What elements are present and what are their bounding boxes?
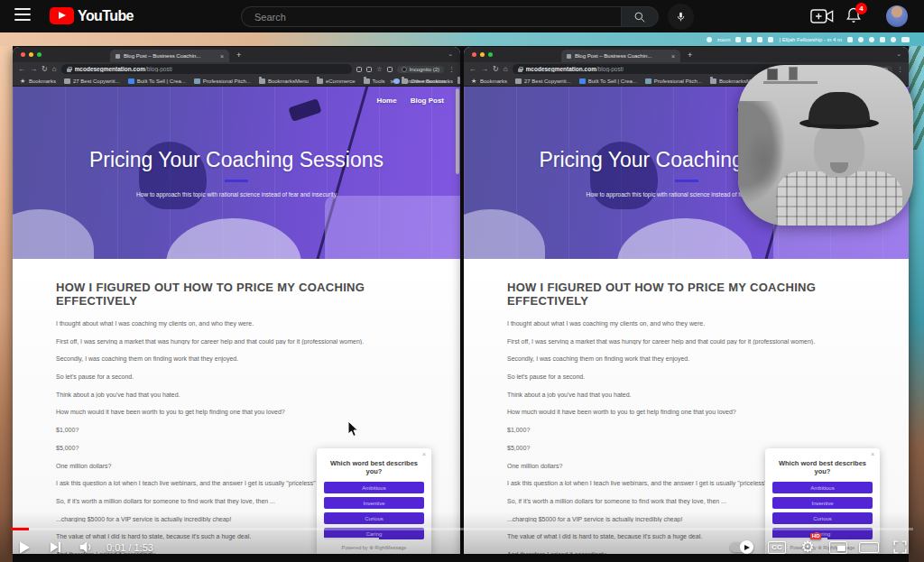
bookmark-item[interactable]: Tools — [364, 78, 385, 84]
url-bar[interactable]: mcodesegmentation.com/blog-post/ — [61, 64, 353, 74]
survey-option-button[interactable]: Inventive — [772, 497, 873, 509]
back-icon[interactable]: ← — [469, 66, 476, 73]
create-video-button[interactable] — [810, 7, 834, 25]
play-button[interactable] — [9, 534, 40, 561]
bookmark-item[interactable]: Built To Sell | Crea... — [128, 78, 186, 84]
browser-tabstrip: Blog Post – Business Coachin... × + ⌄ — [464, 47, 909, 62]
volume-button[interactable] — [70, 534, 101, 561]
theater-mode-button[interactable] — [854, 534, 884, 561]
voice-search-button[interactable] — [668, 4, 694, 30]
close-icon[interactable]: × — [871, 451, 874, 457]
survey-option-button[interactable]: Ambitious — [772, 482, 873, 493]
article-paragraph: I thought about what I was coaching my c… — [507, 320, 873, 327]
menu-kebab-icon[interactable]: ⋮ — [448, 66, 455, 73]
bookmark-icon — [128, 78, 134, 84]
shield-icon — [746, 37, 752, 42]
other-bookmarks[interactable]: Other Bookmarks — [402, 78, 453, 84]
bookmark-icon — [515, 78, 522, 84]
reload-icon[interactable]: ↻ — [493, 66, 499, 73]
subtitles-button[interactable]: CC — [762, 534, 792, 561]
bookmarks-overflow-icon[interactable]: » — [390, 78, 393, 85]
hero-image: HomeBlog Post Pricing Your Coaching Sess… — [13, 87, 460, 259]
fullscreen-button[interactable] — [884, 534, 915, 561]
keyboard-icon — [869, 37, 874, 42]
nav-link[interactable]: Home — [376, 97, 396, 105]
browser-tab[interactable]: Blog Post – Business Coachin... × — [110, 50, 229, 62]
video-player[interactable]: zoom | Elijah Fellowship - in 4 m Blog P… — [0, 32, 924, 562]
notification-icon — [768, 37, 773, 42]
bookmark-label: Built To Sell | Crea... — [137, 78, 186, 84]
fullscreen-icon — [892, 539, 908, 555]
youtube-header: YouTube 4 — [0, 0, 924, 32]
miniplayer-button[interactable] — [823, 534, 854, 561]
extensions-icon[interactable] — [356, 67, 362, 72]
autoplay-toggle[interactable] — [722, 534, 762, 561]
lock-icon — [518, 67, 522, 72]
search-input[interactable] — [253, 11, 610, 23]
tab-close-icon[interactable]: × — [220, 53, 224, 60]
home-icon[interactable]: ⌂ — [52, 66, 57, 73]
sidepanel-icon[interactable] — [387, 67, 393, 72]
url-path: /blog-post/ — [596, 66, 624, 72]
desktop-wallpaper-left — [0, 32, 13, 562]
bookmark-item[interactable]: eCommerce — [317, 78, 356, 84]
window-traffic-lights[interactable] — [21, 52, 42, 57]
bookmark-item[interactable]: BookmarksMenu — [259, 78, 309, 84]
new-tab-button[interactable]: + — [236, 51, 241, 60]
article-paragraph: So let's pause for a second. — [507, 373, 873, 381]
youtube-logo[interactable]: YouTube — [50, 7, 134, 24]
bookmark-label: Built To Sell | Crea... — [588, 78, 637, 84]
bookmark-label: 27 Best Copywriti... — [524, 78, 571, 84]
bookmark-icon — [471, 78, 477, 84]
bookmark-label: BookmarksMenu — [268, 78, 309, 84]
chevron-down-icon[interactable]: ⌄ — [896, 51, 901, 58]
window-traffic-lights[interactable] — [472, 52, 493, 57]
survey-option-button[interactable]: Inventive — [324, 497, 424, 509]
play-icon — [17, 540, 32, 555]
macos-menubar: zoom | Elijah Fellowship - in 4 m — [0, 32, 924, 46]
chevron-down-icon[interactable]: ⌄ — [448, 51, 453, 58]
reload-icon[interactable]: ↻ — [42, 66, 48, 73]
search-box[interactable] — [241, 6, 621, 27]
settings-button[interactable]: ⚙ HD — [792, 534, 823, 561]
bookmark-star-icon[interactable]: ☆ — [376, 67, 382, 72]
seek-bar[interactable] — [11, 528, 913, 530]
incognito-badge[interactable]: Incognito (2) — [397, 66, 444, 73]
bookmark-item[interactable]: Bookmarks — [20, 78, 56, 84]
next-button[interactable] — [40, 534, 70, 561]
menu-kebab-icon[interactable]: ⋮ — [897, 66, 903, 73]
nav-link[interactable]: Blog Post — [411, 97, 444, 105]
player-controls: 0:01 / 1:53 CC ⚙ HD — [0, 532, 924, 562]
home-icon[interactable]: ⌂ — [504, 66, 508, 73]
bookmark-item[interactable]: 27 Best Copywriti... — [64, 78, 120, 84]
title-underline — [675, 180, 698, 182]
browser-tabstrip: Blog Post – Business Coachin... × + ⌄ — [13, 47, 460, 62]
forward-icon[interactable]: → — [481, 66, 488, 73]
search-icon — [633, 11, 646, 23]
new-tab-button[interactable]: + — [688, 51, 692, 60]
bookmark-item[interactable]: Learning — [457, 78, 460, 84]
tab-favicon — [567, 54, 571, 59]
volume-icon — [79, 539, 94, 555]
search-button[interactable] — [621, 6, 659, 27]
bookmark-item[interactable]: Professional Pitch... — [194, 78, 251, 84]
bookmark-item[interactable]: Bookmarks — [471, 78, 507, 84]
background-shelf-shape — [763, 81, 818, 84]
back-icon[interactable]: ← — [18, 66, 25, 73]
bookmark-item[interactable]: Built To Sell | Crea... — [579, 78, 637, 84]
forward-icon[interactable]: → — [30, 66, 37, 73]
bookmark-icon — [393, 78, 400, 84]
hamburger-menu-icon[interactable] — [14, 8, 31, 21]
account-avatar[interactable] — [886, 5, 908, 27]
browser-tab[interactable]: Blog Post – Business Coachin... × — [561, 50, 680, 62]
preview-icon[interactable] — [366, 67, 372, 72]
bookmark-icon — [710, 78, 716, 84]
time-display: 0:01 / 1:53 — [106, 542, 153, 553]
survey-option-button[interactable]: Ambitious — [324, 482, 424, 493]
tab-close-icon[interactable]: × — [671, 53, 675, 60]
bookmark-item[interactable]: Professional Pitch... — [645, 78, 702, 84]
bookmark-item[interactable]: 27 Best Copywriti... — [515, 78, 571, 84]
close-icon[interactable]: × — [422, 451, 426, 457]
facecam-overlay — [738, 65, 913, 226]
bookmark-label: Professional Pitch... — [654, 78, 702, 84]
